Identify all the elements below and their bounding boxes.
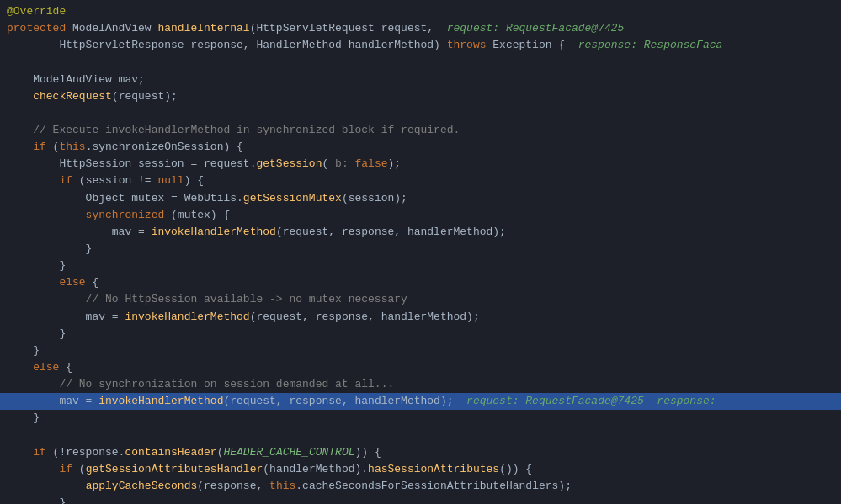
code-line: ModelAndView mav; xyxy=(0,72,841,88)
code-line: synchronized (mutex) { xyxy=(0,207,841,224)
code-line: @Override xyxy=(0,3,841,20)
code-line: // Execute invokeHandlerMethod in synchr… xyxy=(0,122,841,139)
code-line: if (this.synchronizeOnSession) { xyxy=(0,139,841,156)
code-line: else { xyxy=(0,274,841,291)
code-line: Object mutex = WebUtils.getSessionMutex(… xyxy=(0,190,841,207)
code-line: // No HttpSession available -> no mutex … xyxy=(0,291,841,308)
code-line: protected ModelAndView handleInternal(Ht… xyxy=(0,20,841,37)
code-line: } xyxy=(0,326,841,342)
code-line: } xyxy=(0,257,841,274)
code-line: mav = invokeHandlerMethod(request, respo… xyxy=(0,224,841,241)
code-line: if (session != null) { xyxy=(0,172,841,189)
code-line: HttpServletResponse response, HandlerMet… xyxy=(0,37,841,54)
code-line: // No synchronization on session demande… xyxy=(0,376,841,393)
code-line: } xyxy=(0,241,841,257)
code-line: HttpSession session = request.getSession… xyxy=(0,156,841,172)
code-line: } xyxy=(0,410,841,427)
code-line xyxy=(0,54,841,71)
code-line: if (!response.containsHeader(HEADER_CACH… xyxy=(0,444,841,461)
code-line: mav = invokeHandlerMethod(request, respo… xyxy=(0,393,841,410)
code-line xyxy=(0,105,841,122)
code-line: applyCacheSeconds(response, this.cacheSe… xyxy=(0,478,841,495)
code-line: checkRequest(request); xyxy=(0,88,841,105)
code-line: mav = invokeHandlerMethod(request, respo… xyxy=(0,309,841,326)
code-line xyxy=(0,427,841,444)
code-line: else { xyxy=(0,359,841,376)
code-line: if (getSessionAttributesHandler(handlerM… xyxy=(0,461,841,478)
code-editor: @Overrideprotected ModelAndView handleIn… xyxy=(0,0,841,504)
code-line: } xyxy=(0,342,841,359)
code-line: } xyxy=(0,495,841,504)
